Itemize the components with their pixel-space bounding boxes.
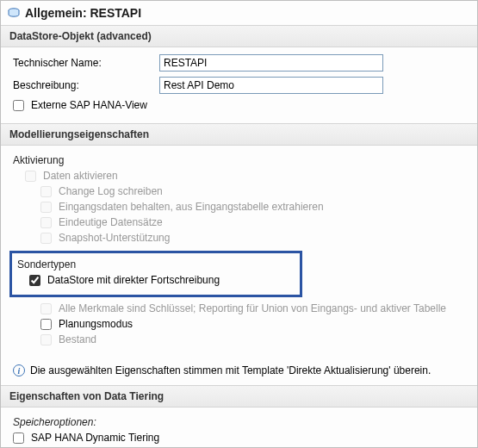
storage-options-heading: Speicheroptionen: [13, 416, 465, 428]
keep-inbound-label: Eingangsdaten behalten, aus Eingangstabe… [59, 201, 324, 213]
all-keys-checkbox [40, 303, 52, 314]
inventory-checkbox [40, 334, 52, 345]
section-header-datastore: DataStore-Objekt (advanced) [1, 25, 477, 47]
unique-records-checkbox [40, 217, 52, 228]
special-types-highlight: Sondertypen DataStore mit direkter Forts… [9, 251, 302, 297]
info-icon: i [13, 364, 25, 376]
activate-data-checkbox [25, 171, 36, 182]
template-info-text: Die ausgewählten Eigenschaften stimmen m… [30, 364, 431, 376]
activation-heading: Aktivierung [13, 154, 465, 166]
change-log-label: Change Log schreiben [59, 185, 163, 197]
change-log-checkbox [40, 186, 52, 197]
panel-title: Allgemein: RESTAPI [25, 6, 141, 20]
tech-name-label: Technischer Name: [13, 57, 159, 69]
tech-name-input[interactable] [159, 54, 383, 72]
direct-update-checkbox[interactable] [29, 275, 40, 286]
section-header-modeling: Modellierungseigenschaften [1, 123, 477, 146]
planning-mode-checkbox[interactable] [40, 319, 52, 330]
inventory-label: Bestand [59, 333, 96, 345]
section-header-tiering: Eigenschaften von Data Tiering [1, 385, 477, 408]
datastore-icon [8, 8, 20, 18]
special-types-heading: Sondertypen [17, 258, 295, 271]
dynamic-tiering-label: SAP HANA Dynamic Tiering [31, 432, 159, 444]
panel-title-bar: Allgemein: RESTAPI [1, 1, 477, 25]
description-input[interactable] [159, 77, 383, 94]
activate-data-label: Daten aktivieren [43, 170, 118, 182]
unique-records-label: Eindeutige Datensätze [59, 216, 163, 228]
template-info-row: i Die ausgewählten Eigenschaften stimmen… [1, 358, 477, 385]
properties-panel: Allgemein: RESTAPI DataStore-Objekt (adv… [0, 0, 478, 448]
snapshot-checkbox [40, 233, 52, 244]
direct-update-label: DataStore mit direkter Fortschreibung [47, 274, 220, 286]
external-hana-view-label: Externe SAP HANA-View [31, 99, 147, 111]
section-body-modeling: Aktivierung Daten aktivieren Change Log … [1, 146, 477, 358]
dynamic-tiering-checkbox[interactable] [13, 432, 24, 444]
section-body-tiering: Speicheroptionen: SAP HANA Dynamic Tieri… [1, 408, 477, 448]
snapshot-label: Snapshot-Unterstützung [59, 232, 170, 244]
all-keys-label: Alle Merkmale sind Schlüssel; Reporting … [59, 302, 446, 314]
keep-inbound-checkbox [40, 202, 52, 213]
section-body-datastore: Technischer Name: Beschreibung: Externe … [1, 47, 477, 123]
description-label: Beschreibung: [13, 79, 159, 91]
external-hana-view-checkbox[interactable] [13, 100, 24, 111]
planning-mode-label: Planungsmodus [59, 318, 133, 330]
